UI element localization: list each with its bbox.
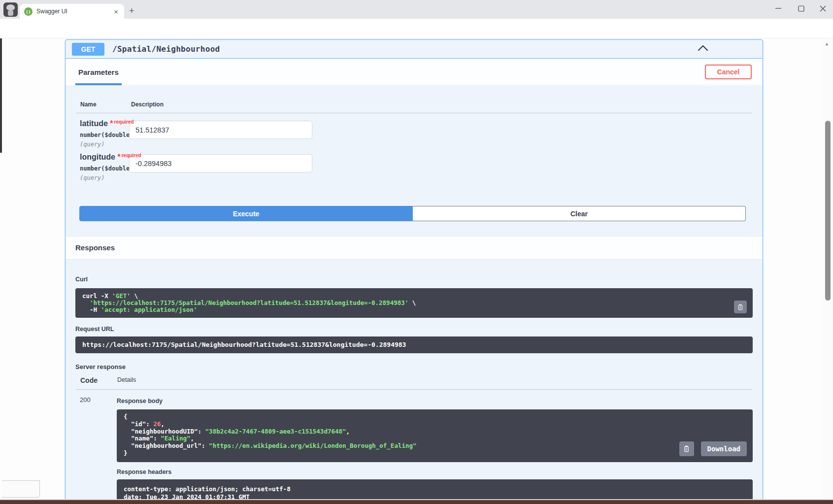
request-url-label: Request URL [75, 326, 753, 333]
param-location: (query) [80, 141, 129, 148]
param-name-latitude: latitude *required [80, 119, 129, 128]
details-header: Details [117, 376, 136, 384]
param-location: (query) [80, 174, 129, 181]
tab-close-icon[interactable]: × [112, 7, 120, 16]
copy-curl-button[interactable] [734, 301, 747, 313]
profile-avatar[interactable] [3, 2, 18, 17]
swagger-page: GET /Spatial/Neighbourhood Parameters Ca… [0, 38, 833, 499]
responses-section-header: Responses [66, 236, 763, 260]
param-type: number($double) [80, 165, 129, 172]
curl-label: Curl [75, 276, 88, 283]
curl-command-block: curl -X 'GET' \ 'https://localhost:7175/… [75, 288, 753, 318]
tab-title: Swagger UI [36, 8, 112, 15]
opblock-summary[interactable]: GET /Spatial/Neighbourhood [66, 40, 763, 59]
param-type: number($double) [80, 132, 129, 138]
server-response-row: 200 Response body { "id": 26, "neighbour… [75, 390, 753, 504]
required-star: * [110, 119, 113, 128]
longitude-input[interactable] [129, 154, 312, 172]
swagger-favicon: { } [24, 7, 33, 16]
browser-toolbar: https://localhost:7175/swagger/index.htm… [0, 19, 833, 38]
scrollbar-up-arrow[interactable]: ▲ [825, 41, 829, 46]
response-headers-label: Response headers [117, 469, 753, 475]
tab-parameters[interactable]: Parameters [75, 59, 122, 85]
page-scrollbar[interactable]: ▲ [823, 38, 833, 499]
status-code: 200 [75, 396, 117, 504]
required-label: required [114, 119, 134, 125]
window-maximize-button[interactable] [794, 2, 808, 15]
scrollbar-thumb[interactable] [825, 121, 831, 301]
execute-wrapper: Execute Clear [79, 206, 746, 221]
copy-response-button[interactable] [679, 441, 694, 456]
param-name-longitude: longitude *required [80, 153, 129, 162]
column-name: Name [80, 101, 131, 108]
clear-button[interactable]: Clear [413, 206, 746, 221]
cancel-button[interactable]: Cancel [705, 65, 752, 79]
required-star: * [117, 153, 120, 161]
window-close-button[interactable] [815, 2, 830, 15]
browser-titlebar: { } Swagger UI × + [0, 0, 833, 19]
param-row-longitude: longitude *required number($double) (que… [75, 148, 753, 181]
response-body-label: Response body [117, 398, 753, 404]
background-window-edge [0, 38, 2, 153]
collapse-chevron-icon[interactable] [698, 44, 708, 53]
param-row-latitude: latitude *required number($double) (quer… [75, 113, 753, 148]
download-button[interactable]: Download [701, 441, 747, 456]
required-label: required [122, 153, 141, 158]
browser-tab-swagger-ui[interactable]: { } Swagger UI × [20, 4, 124, 19]
code-header: Code [80, 376, 117, 384]
request-url-block: https://localhost:7175/Spatial/Neighbour… [75, 336, 753, 353]
status-bubble [2, 480, 40, 498]
parameters-header: Parameters Cancel [66, 59, 763, 85]
endpoint-path: /Spatial/Neighbourhood [112, 44, 220, 54]
responses-title: Responses [75, 243, 115, 252]
column-description: Description [131, 101, 164, 108]
server-response-label: Server response [75, 363, 753, 370]
http-method-badge: GET [72, 43, 104, 56]
latitude-input[interactable] [129, 121, 312, 139]
response-body-block: { "id": 26, "neighbourhoodUID": "38b2c4a… [117, 409, 753, 462]
execute-button[interactable]: Execute [79, 206, 413, 221]
new-tab-button[interactable]: + [129, 6, 134, 16]
window-minimize-button[interactable] [771, 2, 786, 15]
opblock-get-spatial-neighbourhood: GET /Spatial/Neighbourhood Parameters Ca… [65, 39, 763, 504]
server-response-table-header: Code Details [76, 370, 752, 390]
parameters-table-header: Name Description [76, 85, 752, 113]
background-window-strip [0, 499, 833, 504]
